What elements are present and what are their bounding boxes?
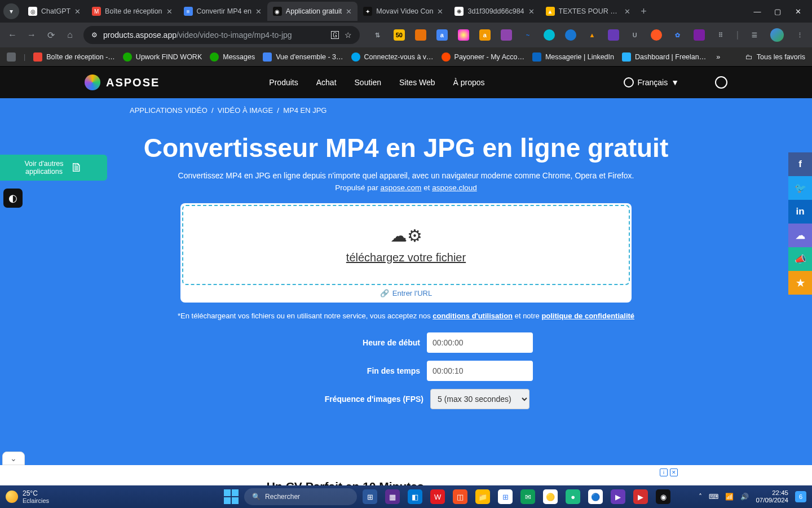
tray-wifi-icon[interactable]: 📶	[725, 493, 734, 501]
taskbar-app-icon[interactable]: W	[430, 489, 445, 504]
extension-icon[interactable]	[608, 29, 619, 41]
taskbar-app-icon[interactable]: ◫	[453, 489, 467, 504]
upload-file-link[interactable]: téléchargez votre fichier	[346, 251, 466, 264]
nav-a-propos[interactable]: À propos	[453, 78, 485, 87]
tab-docs[interactable]: ≡Convertir MP4 en✕	[178, 2, 267, 21]
close-icon[interactable]: ✕	[346, 7, 352, 16]
bookmark-star-icon[interactable]: ☆	[345, 30, 352, 40]
taskbar-app-icon[interactable]: ▦	[385, 489, 400, 504]
bookmark-item[interactable]: Upwork FIND WORK	[123, 52, 202, 62]
close-icon[interactable]: ✕	[255, 7, 262, 16]
close-icon[interactable]: ✕	[624, 7, 630, 16]
extension-icon[interactable]	[694, 29, 705, 41]
extension-icon[interactable]: U	[629, 29, 641, 41]
extension-icon[interactable]: a	[479, 29, 491, 41]
terms-link[interactable]: conditions d'utilisation	[433, 312, 513, 320]
file-dropzone[interactable]: ☁⚙ téléchargez votre fichier	[182, 205, 630, 285]
tray-clock[interactable]: 22:4507/09/2024	[756, 489, 788, 504]
tab-aspose[interactable]: ◉Application gratuit✕	[267, 2, 358, 21]
other-apps-button[interactable]: Voir d'autres applications 🗎	[0, 155, 107, 181]
tray-notifications[interactable]: 6	[795, 491, 806, 502]
bookmark-item[interactable]: Vue d'ensemble - 3…	[263, 52, 343, 62]
all-bookmarks-button[interactable]: 🗀Tous les favoris	[745, 53, 805, 61]
taskbar-app-icon[interactable]: ◉	[656, 489, 670, 504]
extensions-menu-icon[interactable]: ⠿	[715, 29, 726, 41]
link-aspose-cloud[interactable]: aspose.cloud	[432, 183, 477, 192]
profile-avatar[interactable]	[770, 28, 784, 42]
extension-icon[interactable]	[458, 29, 469, 41]
breadcrumb-link[interactable]: APPLICATIONS VIDÉO	[130, 106, 208, 115]
taskbar-weather[interactable]: 25°CEclaircies	[6, 489, 49, 504]
taskbar-app-icon[interactable]: ✉	[520, 489, 535, 504]
nav-soutien[interactable]: Soutien	[355, 78, 381, 87]
site-settings-icon[interactable]: ⚙	[91, 31, 98, 39]
taskbar-app-icon[interactable]: ◧	[408, 489, 422, 504]
bookmark-item[interactable]: Messages	[210, 52, 255, 62]
taskbar-app-icon[interactable]: 🔵	[588, 489, 603, 504]
bookmark-item[interactable]: Boîte de réception -…	[33, 52, 115, 62]
nav-sites-web[interactable]: Sites Web	[399, 78, 435, 87]
chrome-menu-button[interactable]: ⋮	[794, 29, 805, 41]
language-selector[interactable]: Français▼	[624, 77, 679, 87]
share-facebook-button[interactable]: f	[788, 152, 812, 176]
translate-icon[interactable]: 🄶	[331, 30, 339, 40]
reading-list-icon[interactable]: ☰	[749, 29, 760, 41]
bookmark-item[interactable]: Payoneer - My Acco…	[442, 52, 524, 62]
fps-select[interactable]: 5 (max 30 secondes)	[430, 389, 529, 409]
taskbar-app-icon[interactable]: ▶	[611, 489, 625, 504]
extension-icon[interactable]: ▲	[586, 29, 598, 41]
share-favorite-button[interactable]: ★	[788, 271, 812, 295]
nav-produits[interactable]: Produits	[269, 78, 298, 87]
new-tab-button[interactable]: +	[636, 3, 652, 19]
tray-volume-icon[interactable]: 🔊	[740, 493, 749, 501]
enter-url-link[interactable]: 🔗Entrer l'URL	[182, 285, 630, 301]
tab-gmail[interactable]: MBoîte de réception✕	[86, 2, 178, 21]
tray-chevron-icon[interactable]: ˄	[699, 493, 702, 501]
tab-search-button[interactable]: ▾	[3, 3, 19, 19]
github-link[interactable]: ◐	[3, 189, 23, 208]
extension-icon[interactable]: a	[436, 29, 448, 41]
nav-forward-button[interactable]: →	[26, 30, 37, 40]
start-button[interactable]	[224, 489, 239, 504]
extension-icon[interactable]: 50	[394, 29, 405, 41]
bookmark-item[interactable]: Dashboard | Freelan…	[622, 52, 706, 62]
window-maximize-button[interactable]: ▢	[774, 7, 782, 16]
extension-icon[interactable]	[501, 29, 512, 41]
start-time-input[interactable]	[427, 332, 533, 353]
tab-movavi[interactable]: ✦Movavi Video Con✕	[358, 2, 449, 21]
tab-chatgpt[interactable]: ◎ChatGPT✕	[23, 2, 86, 21]
nav-achat[interactable]: Achat	[316, 78, 337, 87]
taskbar-app-icon[interactable]: ⊞	[363, 489, 377, 504]
nav-back-button[interactable]: ←	[7, 30, 18, 40]
extension-icon[interactable]: ⇅	[372, 29, 383, 41]
share-cloud-button[interactable]: ☁	[788, 224, 812, 247]
extension-icon[interactable]: ~	[522, 29, 533, 41]
address-bar[interactable]: ⚙ products.aspose.app/video/video-to-ima…	[83, 26, 360, 44]
breadcrumb-link[interactable]: VIDÉO À IMAGE	[218, 106, 273, 115]
taskbar-app-icon[interactable]: ⊞	[498, 489, 513, 504]
bookmark-item[interactable]: Messagerie | LinkedIn	[532, 52, 614, 62]
taskbar-app-icon[interactable]: 📁	[475, 489, 490, 504]
close-icon[interactable]: ✕	[437, 7, 443, 16]
tab-drive[interactable]: ▲TEXTES POUR PRO✕	[540, 2, 636, 21]
taskbar-search[interactable]: 🔍Rechercher	[244, 488, 357, 505]
nav-home-button[interactable]: ⌂	[64, 30, 76, 40]
adchoices-icon[interactable]: i	[660, 468, 668, 476]
bookmarks-overflow-button[interactable]: »	[716, 53, 720, 61]
close-icon[interactable]: ✕	[528, 7, 535, 16]
link-aspose-com[interactable]: aspose.com	[381, 183, 422, 192]
share-linkedin-button[interactable]: in	[788, 200, 812, 224]
extension-icon[interactable]	[544, 29, 555, 41]
bookmark-item[interactable]: Connectez-vous à v…	[351, 52, 434, 62]
window-close-button[interactable]: ✕	[794, 7, 802, 16]
user-account-button[interactable]	[715, 76, 727, 89]
extension-icon[interactable]: ✿	[672, 29, 683, 41]
share-twitter-button[interactable]: 🐦	[788, 176, 812, 200]
nav-reload-button[interactable]: ⟳	[45, 30, 56, 41]
extension-icon[interactable]	[651, 29, 662, 41]
apps-shortcut[interactable]	[7, 52, 16, 62]
share-announce-button[interactable]: 📣	[788, 247, 812, 271]
ad-collapse-button[interactable]: ⌄	[2, 452, 25, 465]
tab-hash[interactable]: ❋3d1f309dd66c984✕	[449, 2, 540, 21]
privacy-link[interactable]: politique de confidentialité	[541, 312, 634, 320]
